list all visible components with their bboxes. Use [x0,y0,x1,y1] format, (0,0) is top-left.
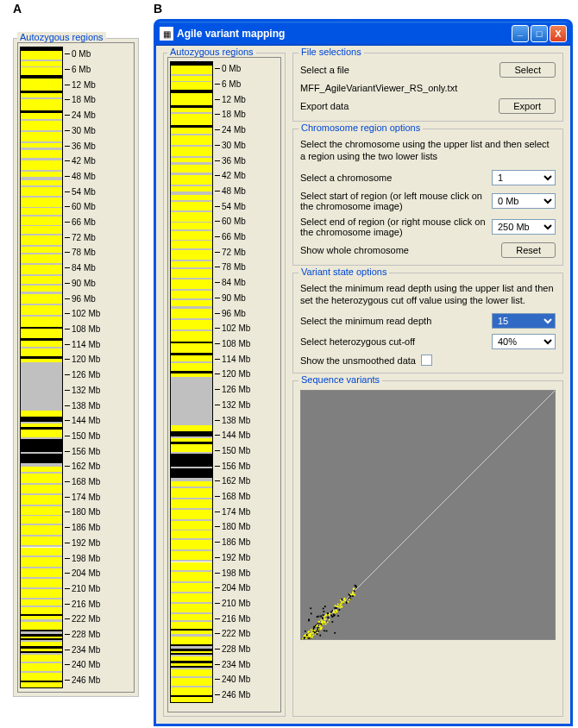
chromosome-segment [21,485,62,493]
svg-point-252 [310,607,311,609]
chromosome-segment [21,160,62,171]
chromosome-segment [171,269,212,278]
chromosome-tick-label: 60 Mb [65,199,100,215]
chromosome-tick-label: 168 Mb [215,489,250,505]
chromosome-segment [21,673,62,681]
svg-point-234 [324,616,326,618]
chromosome-segment [21,525,62,535]
svg-point-259 [316,633,317,635]
chromosome-segment [171,135,212,145]
chromosome-segment [171,82,212,90]
chromosome-bar[interactable] [20,47,63,688]
chromosome-tick-label: 216 Mb [65,596,100,612]
svg-point-74 [324,624,326,625]
autozygous-title-a: Autozygous regions [17,32,106,42]
chromosome-segment [21,150,62,159]
svg-point-254 [323,608,324,610]
minimize-button[interactable]: _ [512,25,529,42]
chromosome-segment [171,202,212,210]
chromosome-tick-label: 12 Mb [65,77,100,92]
close-button[interactable]: X [550,25,567,42]
chromosome-segment [21,607,62,613]
chromosome-segment [171,425,212,431]
chromosome-tick-label: 0 Mb [215,61,250,77]
chromosome-bar[interactable] [170,61,213,703]
chromosome-segment [171,622,212,628]
unsmooth-checkbox[interactable] [421,355,432,366]
chromosome-tick-label: 222 Mb [65,612,100,627]
svg-point-180 [337,604,339,606]
chromosome-segment [171,499,212,508]
svg-point-268 [334,632,336,634]
chromosome-segment [21,235,62,245]
export-button[interactable]: Export [499,98,556,114]
svg-point-175 [347,601,349,603]
svg-point-164 [329,612,330,614]
cutoff-label: Select heterozygous cut-off [300,336,492,347]
chromosome-tick-label: 126 Mb [65,367,100,383]
svg-point-264 [331,621,333,623]
chromosome-segment [171,593,212,602]
chromosome-tick-label: 180 Mb [215,519,250,535]
chromosome-tick-label: 240 Mb [65,657,100,673]
export-label: Export data [300,101,499,111]
svg-point-173 [310,633,311,635]
chromosome-segment [171,377,212,425]
svg-point-166 [327,622,329,624]
chromosome-tick-label: 84 Mb [65,260,100,276]
svg-point-77 [339,606,341,608]
chromosome-segment [171,697,212,702]
chromosome-tick-label: 168 Mb [65,474,100,490]
maximize-button[interactable]: □ [531,25,548,42]
chromosome-segment [21,362,62,411]
reset-button[interactable]: Reset [501,242,556,258]
svg-point-198 [303,640,305,641]
chromosome-tick-label: 102 Mb [215,321,250,336]
svg-point-167 [352,592,354,593]
select-file-button[interactable]: Select [499,62,556,78]
chromosome-segment [171,687,212,695]
chromosome-tick-label: 156 Mb [215,458,250,474]
region-end-select[interactable]: 250 Mb [492,219,556,235]
chromosome-segment [21,67,62,75]
chromosome-segment [21,348,62,356]
chromosome-tick-label: 114 Mb [65,336,100,352]
svg-point-177 [322,622,324,624]
chromosome-segment [171,128,212,134]
chromosome-segment [171,510,212,518]
chromosome-segment [171,320,212,329]
svg-point-202 [333,612,335,613]
chromosome-tick-label: 162 Mb [215,474,250,489]
svg-point-245 [336,612,338,613]
chromosome-scale: 0 Mb6 Mb12 Mb18 Mb24 Mb30 Mb36 Mb42 Mb48… [215,61,250,703]
figure-label-b: B [154,2,162,16]
sequence-variants-plot[interactable] [300,390,556,640]
chromosome-segment [171,223,212,229]
chromosome-tick-label: 216 Mb [215,611,250,626]
svg-point-170 [301,640,302,641]
chromosome-segment [171,261,212,267]
chromosome-tick-label: 36 Mb [65,138,100,154]
autozygous-title-b: Autozygous regions [167,47,256,57]
svg-point-152 [307,631,309,633]
chromosome-tick-label: 108 Mb [215,336,250,352]
cutoff-select[interactable]: 40% [492,334,556,349]
chromosome-segment [171,551,212,560]
chromosome-tick-label: 234 Mb [215,656,250,672]
region-start-select[interactable]: 0 Mb [492,193,556,209]
chromosome-select[interactable]: 1 [492,170,556,185]
svg-point-99 [315,625,317,627]
file-selections-title: File selections [298,47,364,57]
chromosome-segment [171,530,212,538]
min-depth-select[interactable]: 15 [492,313,556,329]
chromosome-tick-label: 90 Mb [215,291,250,306]
svg-point-192 [318,621,320,623]
svg-point-224 [320,624,322,625]
chromosome-segment [21,226,62,234]
application-window: ▦ Agile variant mapping _ □ X Autozygous… [154,19,573,726]
chromosome-tick-label: 6 Mb [215,77,250,92]
chromosome-segment [171,231,212,240]
min-depth-label: Select the minimum read depth [300,316,492,326]
svg-point-253 [326,631,328,632]
titlebar[interactable]: ▦ Agile variant mapping _ □ X [156,22,570,46]
